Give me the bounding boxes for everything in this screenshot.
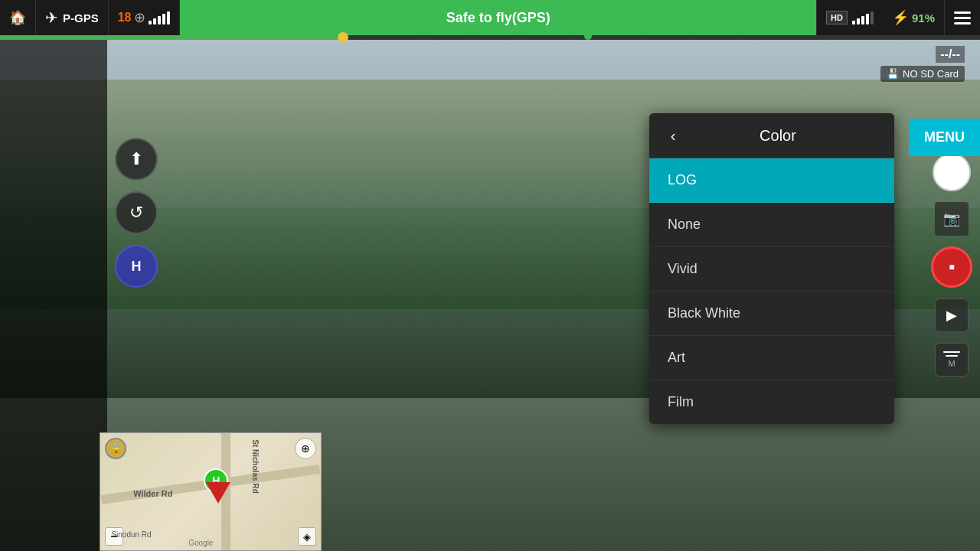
hd-bar-1 <box>852 21 855 24</box>
color-option-film-label: Film <box>668 394 694 409</box>
dark-left-overlay <box>0 40 107 551</box>
color-option-blackwhite-label: Black White <box>668 305 740 321</box>
playback-button[interactable]: ▶ <box>935 298 969 332</box>
home-marker-button[interactable]: H <box>115 245 158 288</box>
menu-section[interactable] <box>944 0 980 35</box>
battery-section: ⚡ 91% <box>883 0 944 35</box>
ham-line-2 <box>954 17 971 19</box>
dash-label: --/-- <box>936 46 965 63</box>
color-option-film[interactable]: Film <box>649 380 894 424</box>
progress-bar <box>0 35 980 40</box>
map-road-label-1: Wilder Rd <box>133 489 172 498</box>
ham-line-3 <box>954 22 971 24</box>
color-option-vivid[interactable]: Vivid <box>649 247 894 292</box>
camera-mode-button[interactable]: 📷 <box>935 202 969 236</box>
map-road-label-2: St Nicholas Rd <box>251 439 260 494</box>
play-icon: ▶ <box>946 307 957 324</box>
battery-icon: ⚡ <box>892 9 909 26</box>
hd-bar-4 <box>866 14 869 24</box>
hd-badge: HD <box>826 11 848 24</box>
settings-line-1 <box>943 351 960 353</box>
signal-bar-4 <box>162 14 165 24</box>
map-road-label-3: Sinodun Rd <box>111 530 151 539</box>
color-option-art-label: Art <box>668 350 685 365</box>
drone-icon: ✈ <box>45 8 58 27</box>
progress-dot-green <box>584 32 592 40</box>
pgps-label: P-GPS <box>63 11 99 24</box>
map-layers-icon[interactable]: ◈ <box>298 527 316 546</box>
m-label: M <box>948 359 955 368</box>
return-home-icon: ↺ <box>129 203 143 223</box>
return-home-button[interactable]: ↺ <box>115 191 158 234</box>
settings-button[interactable]: M <box>935 343 969 377</box>
back-button[interactable]: ‹ <box>662 124 684 147</box>
dropdown-header: ‹ Color <box>649 113 894 158</box>
hd-bar-3 <box>861 16 864 24</box>
upload-icon: ⬆ <box>129 149 143 169</box>
color-option-none-label: None <box>668 217 701 232</box>
google-label: Google <box>188 539 213 547</box>
white-circle-indicator <box>933 153 971 191</box>
home-section[interactable]: 🏠 <box>0 0 36 35</box>
record-button[interactable]: ■ <box>931 246 972 288</box>
map-drone-pin <box>206 482 230 504</box>
satellite-icon: ⊕ <box>134 9 145 26</box>
color-option-none[interactable]: None <box>649 203 894 247</box>
dropdown-title: Color <box>697 127 859 145</box>
home-icon[interactable]: 🏠 <box>9 9 26 26</box>
satellite-section: 18 ⊕ <box>109 0 181 35</box>
signal-bar-2 <box>153 18 156 24</box>
camera-icon: 📷 <box>943 210 960 227</box>
pgps-section: ✈ P-GPS <box>36 0 109 35</box>
ham-line-1 <box>954 11 971 14</box>
hd-bar-5 <box>871 11 874 24</box>
color-option-vivid-label: Vivid <box>668 261 697 276</box>
satellite-count: 18 <box>118 11 132 24</box>
status-label: Safe to fly(GPS) <box>446 10 550 26</box>
hd-bar-2 <box>857 18 860 24</box>
map-overlay: 🔒 ⊕ − ◈ H Wilder Rd St Nicholas Rd Sinod… <box>100 432 322 551</box>
sd-card-icon: 💾 <box>887 68 899 80</box>
color-dropdown: ‹ Color LOG None Vivid Black White Art F… <box>649 113 894 424</box>
map-inner: 🔒 ⊕ − ◈ H Wilder Rd St Nicholas Rd Sinod… <box>100 433 321 550</box>
top-right-info: --/-- 💾 NO SD Card <box>880 46 965 82</box>
hd-section: HD <box>816 0 883 35</box>
hd-signal-bars <box>852 11 874 24</box>
right-controls: 📷 ■ ▶ M <box>931 153 972 377</box>
top-bar: 🏠 ✈ P-GPS 18 ⊕ Safe to fly(GPS) HD ⚡ <box>0 0 980 35</box>
map-lock-icon[interactable]: 🔒 <box>105 438 126 459</box>
color-option-log-label: LOG <box>668 172 697 187</box>
hamburger-icon[interactable] <box>954 11 971 24</box>
no-sd-indicator: 💾 NO SD Card <box>880 66 965 82</box>
back-arrow-icon: ‹ <box>671 127 676 145</box>
color-option-art[interactable]: Art <box>649 336 894 380</box>
progress-fill <box>0 35 343 40</box>
no-sd-label: NO SD Card <box>903 68 959 80</box>
color-option-blackwhite[interactable]: Black White <box>649 292 894 336</box>
upload-button[interactable]: ⬆ <box>115 138 158 181</box>
signal-bars-sat <box>149 11 170 24</box>
signal-bar-3 <box>158 16 161 24</box>
status-section: Safe to fly(GPS) <box>180 0 816 35</box>
home-marker-label: H <box>132 259 142 275</box>
record-icon: ■ <box>949 262 954 272</box>
color-option-log[interactable]: LOG <box>649 158 894 203</box>
progress-dot-yellow <box>338 32 348 43</box>
signal-bar-1 <box>149 21 152 24</box>
signal-bar-5 <box>167 11 170 24</box>
left-controls: ⬆ ↺ H <box>115 138 158 288</box>
map-center-icon[interactable]: ⊕ <box>295 438 316 459</box>
battery-pct: 91% <box>912 11 935 24</box>
menu-button[interactable]: MENU <box>909 119 980 156</box>
settings-line-2 <box>946 355 958 357</box>
